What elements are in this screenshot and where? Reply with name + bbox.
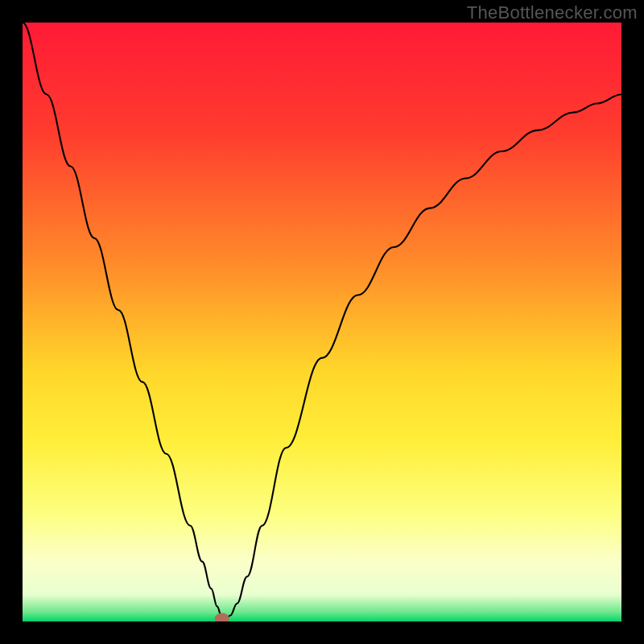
attribution-text: TheBottlenecker.com: [467, 2, 638, 23]
plot-background: [23, 23, 621, 621]
chart-frame: TheBottlenecker.com: [0, 0, 644, 644]
bottleneck-chart: [23, 23, 621, 621]
